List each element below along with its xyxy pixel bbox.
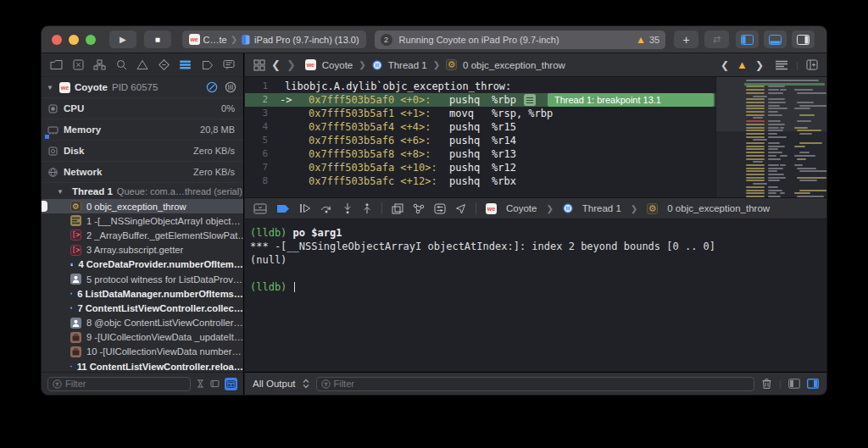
disclosure-triangle-icon[interactable]: ▼ — [57, 188, 64, 196]
code-line[interactable]: 1libobjc.A.dylib`objc_exception_throw: — [245, 80, 715, 93]
show-crashed-threads-icon[interactable] — [196, 379, 205, 389]
stack-frame-row[interactable]: [>3 Array.subscript.getter — [42, 243, 243, 257]
output-scope-selector[interactable]: All Output — [253, 379, 296, 389]
view-mode-icon[interactable] — [225, 81, 236, 93]
show-variables-view-icon[interactable] — [788, 379, 800, 389]
code-line[interactable]: 50x7fff503b5af6 <+6>:pushq%r14 — [245, 134, 715, 147]
related-items-icon[interactable] — [253, 59, 265, 71]
navigator-filter-field[interactable] — [47, 377, 191, 391]
stop-button[interactable]: ■ — [144, 30, 171, 48]
breadcrumb-symbol[interactable]: 0 objc_exception_throw — [463, 60, 565, 70]
code-line[interactable]: 80x7fff503b5afc <+12>:pushq%rbx — [245, 174, 715, 188]
debug-breadcrumb-symbol[interactable]: 0 objc_exception_throw — [667, 203, 770, 213]
breakpoints-toggle-icon[interactable] — [276, 204, 290, 213]
breakpoint-navigator-tab[interactable] — [202, 60, 214, 70]
group-by-thread-button[interactable] — [225, 378, 237, 390]
stack-frame-row[interactable]: 6 ListDataManager.numberOfItems… — [42, 286, 243, 301]
breadcrumb-thread[interactable]: Thread 1 — [388, 60, 427, 70]
library-add-button[interactable]: + — [674, 30, 698, 48]
debug-breadcrumb-thread[interactable]: Thread 1 — [582, 203, 621, 213]
activity-viewer[interactable]: 2 Running Coyote on iPad Pro (9.7-inch) … — [375, 30, 666, 49]
stack-frame-row[interactable]: 10 -[UICollectionViewData number… — [42, 345, 243, 359]
previous-issue-button[interactable]: ❮ — [721, 59, 729, 71]
warning-icon[interactable]: ▲ — [737, 59, 748, 70]
next-issue-button[interactable]: ❯ — [755, 59, 764, 71]
debug-navigator-tab[interactable] — [179, 59, 192, 70]
code-line[interactable]: 40x7fff503b5af4 <+4>:pushq%r15 — [245, 120, 715, 134]
stack-frame-label: 2 _ArrayBuffer._getElementSlowPat… — [86, 230, 243, 241]
close-button[interactable] — [52, 35, 62, 45]
report-navigator-tab[interactable] — [223, 59, 235, 70]
network-gauge[interactable]: Network Zero KB/s — [42, 161, 243, 182]
code-line[interactable]: 30x7fff503b5af1 <+1>:movq%rsp, %rbp — [245, 107, 715, 120]
stepper-chevrons-icon[interactable] — [303, 379, 309, 389]
stack-frame-row[interactable]: [>2 _ArrayBuffer._getElementSlowPat… — [42, 228, 243, 242]
editor-arrows-button[interactable]: ⇄ — [704, 30, 729, 48]
minimize-button[interactable] — [69, 35, 79, 45]
toggle-inspector-button[interactable] — [792, 30, 815, 48]
memory-graph-icon[interactable] — [413, 203, 425, 214]
stack-frame-row[interactable]: 4 CoreDataProvider.numberOfItem… — [42, 257, 243, 272]
issue-navigator-tab[interactable] — [136, 59, 148, 70]
minimap-line — [746, 124, 765, 125]
minimap-toggle-icon[interactable] — [775, 60, 788, 70]
environment-overrides-icon[interactable] — [434, 203, 446, 214]
lldb-console[interactable]: (lldb) po $arg1*** -[__NSSingleObjectArr… — [245, 220, 826, 372]
trash-icon[interactable] — [761, 378, 772, 390]
show-running-blocks-icon[interactable] — [210, 379, 220, 389]
stack-frame-row[interactable]: 8 @objc ContentListViewController… — [42, 316, 243, 330]
stack-frame-row[interactable]: 7 ContentListViewController.collec… — [42, 301, 243, 315]
scheme-selector[interactable]: we C…te ❯ iPad Pro (9.7-inch) (13.0) — [182, 30, 366, 48]
disk-gauge[interactable]: Disk Zero KB/s — [42, 140, 243, 161]
symbol-navigator-tab[interactable] — [93, 59, 106, 70]
step-over-icon[interactable] — [320, 203, 333, 213]
memory-gauge[interactable]: Memory 20,8 MB — [42, 119, 243, 140]
filter-input[interactable] — [65, 379, 186, 389]
process-name: Coyote — [75, 82, 108, 92]
continue-icon[interactable] — [299, 203, 311, 213]
breadcrumb-project[interactable]: Coyote — [322, 60, 353, 70]
stack-frame-row[interactable]: ⚙0 objc_exception_throw — [42, 199, 243, 213]
zoom-button[interactable] — [86, 35, 96, 45]
source-control-tab[interactable] — [73, 59, 84, 70]
step-out-icon[interactable] — [362, 203, 372, 214]
code-line[interactable]: 2->0x7fff503b5af0 <+0>:pushq%rbpThread 1… — [245, 93, 715, 107]
forward-button[interactable]: ❯ — [287, 58, 296, 71]
code-line[interactable]: 60x7fff503b5af8 <+8>:pushq%r13 — [245, 147, 715, 161]
back-button[interactable]: ❮ — [271, 58, 281, 71]
warning-count[interactable]: 35 — [649, 35, 659, 45]
disassembly-view[interactable]: 1libobjc.A.dylib`objc_exception_throw:2-… — [245, 77, 715, 197]
disclosure-triangle-icon[interactable]: ▼ — [47, 84, 55, 91]
stack-frame-row[interactable]: 11 ContentListViewController.reloa… — [42, 359, 243, 372]
toggle-debug-area-button[interactable] — [764, 30, 787, 48]
pause-process-icon[interactable] — [206, 81, 218, 93]
stop-icon: ■ — [155, 35, 160, 44]
simulate-location-icon[interactable] — [455, 203, 466, 214]
thread-row[interactable]: ▼ Thread 1 Queue: com.a…thread (serial) — [42, 182, 243, 200]
breakpoint-indicator-icon[interactable] — [524, 94, 536, 106]
debug-breadcrumb-project[interactable]: Coyote — [506, 203, 537, 213]
hide-debug-area-icon[interactable] — [253, 203, 267, 214]
show-console-view-icon[interactable] — [807, 379, 819, 389]
process-row[interactable]: ▼ we Coyote PID 60575 — [42, 77, 243, 97]
minimap-line — [794, 89, 813, 91]
editor-minimap[interactable] — [715, 77, 826, 197]
console-filter-input[interactable] — [334, 379, 750, 389]
stack-frame-row[interactable]: 1 -[__NSSingleObjectArrayI object… — [42, 213, 243, 228]
console-filter-field[interactable] — [316, 377, 755, 391]
test-navigator-tab[interactable] — [159, 59, 170, 70]
code-line[interactable]: 70x7fff503b5afa <+10>:pushq%r12 — [245, 161, 715, 174]
navigator-filter-bar — [42, 372, 243, 395]
add-editor-icon[interactable] — [806, 59, 818, 70]
cpu-gauge[interactable]: CPU 0% — [42, 97, 243, 119]
stack-frame-row[interactable]: 9 -[UICollectionViewData _updateIt… — [42, 330, 243, 345]
toggle-navigator-button[interactable] — [736, 30, 759, 48]
stack-frame-row[interactable]: 5 protocol witness for ListDataProv… — [42, 272, 243, 286]
instruction-operands: %r12 — [492, 162, 516, 174]
step-into-icon[interactable] — [342, 203, 353, 214]
view-hierarchy-icon[interactable] — [392, 203, 403, 214]
minimap-line — [768, 111, 778, 113]
run-button[interactable]: ▶ — [109, 30, 136, 48]
find-navigator-tab[interactable] — [116, 59, 127, 70]
project-navigator-tab[interactable] — [50, 59, 63, 70]
